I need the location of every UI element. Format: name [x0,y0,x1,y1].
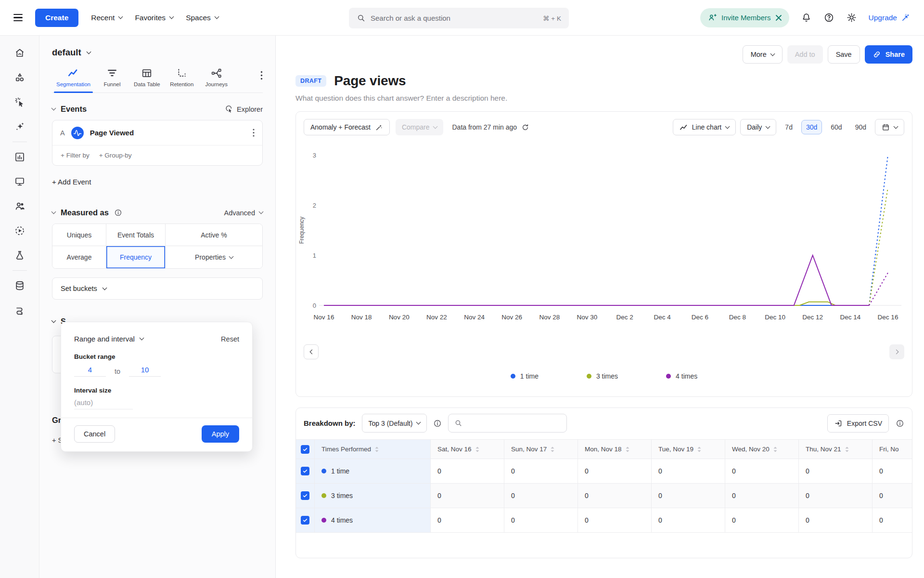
breakdown-top-selector[interactable]: Top 3 (Default) [362,414,427,433]
add-event-button[interactable]: + Add Event [52,178,263,186]
export-csv-button[interactable]: Export CSV [827,414,889,433]
collapse-chevron-icon[interactable] [51,106,56,111]
series-name-cell[interactable]: 1 time [314,459,430,483]
info-icon[interactable] [114,209,122,217]
chart-scroll-left-button[interactable] [304,344,319,359]
info-icon[interactable] [433,419,442,428]
series-name-cell[interactable]: 4 times [314,508,430,532]
help-icon[interactable] [823,12,834,23]
cancel-button[interactable]: Cancel [74,425,115,443]
nav-recent[interactable]: Recent [91,13,122,22]
create-button[interactable]: Create [35,9,78,27]
group-by-button[interactable]: + Group-by [99,152,132,159]
info-icon[interactable] [896,419,904,428]
times-performed-header[interactable]: Times Performed [314,440,430,459]
row-checkbox[interactable] [301,491,309,500]
measure-uniques[interactable]: Uniques [52,224,106,246]
data-database-icon[interactable] [14,280,26,291]
collapse-chevron-icon[interactable] [51,210,56,214]
measure-frequency[interactable]: Frequency [106,246,166,268]
bucket-range-to-input[interactable]: 10 [129,366,161,377]
date-column-header[interactable]: Tue, Nov 19 [651,440,725,459]
range-7d[interactable]: 7d [781,120,797,134]
event-kebab-icon[interactable] [253,129,255,137]
close-icon[interactable] [775,14,782,21]
bucket-range-from-input[interactable]: 4 [74,366,106,377]
event-name[interactable]: Page Viewed [90,129,134,137]
legend-item[interactable]: 1 time [511,372,539,380]
date-range-calendar-button[interactable] [875,119,904,135]
measure-properties[interactable]: Properties [166,246,262,268]
search-input[interactable] [371,14,538,22]
save-button[interactable]: Save [828,45,860,64]
users-icon[interactable] [14,200,26,212]
invite-members-button[interactable]: Invite Members [700,8,789,27]
date-column-header[interactable]: Mon, Nov 18 [578,440,651,459]
explorer-button[interactable]: Explorer [224,105,263,114]
nav-favorites[interactable]: Favorites [135,13,173,22]
interval-dropdown[interactable]: Daily [740,119,776,135]
data-freshness: Data from 27 min ago [452,123,529,131]
date-column-header[interactable]: Sat, Nov 16 [430,440,504,459]
share-button[interactable]: Share [865,45,912,64]
home-icon[interactable] [14,47,26,59]
set-buckets-dropdown[interactable]: Set buckets [52,277,263,300]
apply-button[interactable]: Apply [202,425,239,443]
notifications-bell-icon[interactable] [801,12,812,23]
range-60d[interactable]: 60d [826,120,846,134]
value-cell: 0 [578,508,651,532]
chart-description-placeholder[interactable]: What question does this chart answer? En… [295,94,912,103]
tab-retention[interactable]: Retention [165,66,199,92]
data-pipeline-icon[interactable] [14,304,26,316]
select-all-checkbox[interactable] [301,445,309,454]
interval-size-input[interactable]: (auto) [74,398,133,409]
row-checkbox[interactable] [301,467,309,475]
page-title[interactable]: Page views [334,73,406,89]
refresh-icon[interactable] [521,123,529,131]
upgrade-link[interactable]: Upgrade [869,13,911,23]
add-to-button[interactable]: Add to [787,45,823,64]
chart-type-dropdown[interactable]: Line chart [673,119,736,135]
dashboard-monitor-icon[interactable] [14,176,26,187]
date-column-header[interactable]: Thu, Nov 21 [798,440,872,459]
tab-journeys[interactable]: Journeys [199,66,234,92]
workspace-selector[interactable]: default [52,47,263,58]
range-90d[interactable]: 90d [851,120,871,134]
range-30d[interactable]: 30d [801,120,822,134]
advanced-dropdown[interactable]: Advanced [224,209,263,217]
shapes-icon[interactable] [14,72,26,83]
breakdown-search[interactable] [448,414,567,433]
legend-item[interactable]: 3 times [587,372,618,380]
anomaly-forecast-button[interactable]: Anomaly + Forecast [304,119,390,135]
settings-gear-icon[interactable] [846,12,857,23]
ai-sparkles-icon[interactable] [14,121,26,132]
session-replay-icon[interactable] [14,225,26,236]
tab-segmentation[interactable]: Segmentation [52,66,95,92]
measure-active-pct[interactable]: Active % [166,224,262,246]
legend-item[interactable]: 4 times [666,372,697,380]
measure-average[interactable]: Average [52,246,106,268]
chart-scroll-right-button[interactable] [889,344,904,359]
bucket-reset-button[interactable]: Reset [221,335,239,343]
compare-button[interactable]: Compare [396,119,444,135]
date-column-header[interactable]: Fri, No [872,440,906,459]
bucket-mode-dropdown[interactable]: Range and interval [74,335,143,343]
measure-event-totals[interactable]: Event Totals [106,224,166,246]
row-checkbox[interactable] [301,516,309,525]
cursor-click-icon[interactable] [14,96,26,108]
search-icon [454,419,462,427]
global-search[interactable]: ⌘ + K [349,8,569,28]
tabs-overflow-kebab-icon[interactable] [260,71,263,80]
export-icon [834,419,843,428]
charts-icon[interactable] [14,151,26,163]
series-name-cell[interactable]: 3 times [314,484,430,508]
date-column-header[interactable]: Wed, Nov 20 [725,440,798,459]
experiments-flask-icon[interactable] [14,250,26,261]
hamburger-menu-icon[interactable] [13,14,23,21]
more-button[interactable]: More [743,45,783,64]
tab-data-table[interactable]: Data Table [129,66,165,92]
date-column-header[interactable]: Sun, Nov 17 [504,440,578,459]
tab-funnel[interactable]: Funnel [95,66,129,92]
nav-spaces[interactable]: Spaces [186,13,218,22]
filter-by-button[interactable]: + Filter by [61,152,90,159]
